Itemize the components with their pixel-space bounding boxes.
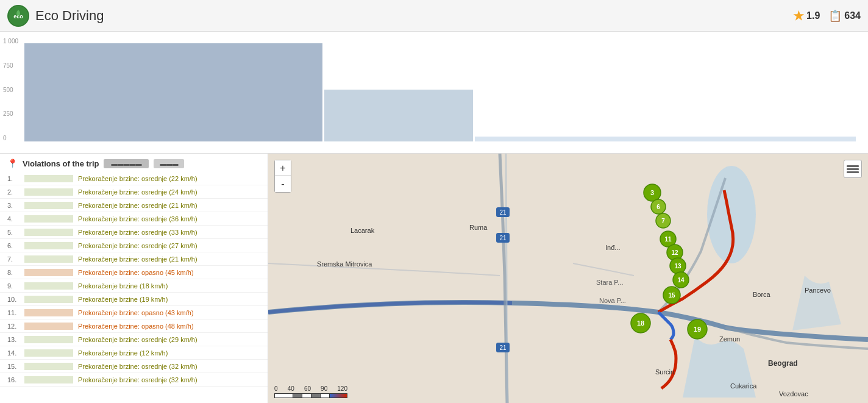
violation-color-bar (24, 229, 73, 236)
svg-text:18: 18 (637, 319, 644, 327)
list-item: 4. Prekoračenje brzine: osrednje (36 km/… (0, 212, 268, 226)
header-right: ★ 1.9 📋 634 (793, 9, 861, 23)
violation-text: Prekoračenje brzine: osrednje (24 km/h) (78, 188, 197, 196)
chart-bar-2 (324, 90, 473, 141)
chart-bar-3 (475, 137, 856, 142)
map-svg: Lacarak Sremska Mitrovica Ruma Stara P..… (268, 154, 868, 403)
filter-btn-1[interactable]: ▬▬▬▬▬ (104, 159, 149, 168)
filter-btn-2[interactable]: ▬▬▬ (154, 159, 184, 168)
layers-button[interactable] (844, 160, 862, 178)
violation-number: 2. (7, 188, 24, 196)
eco-logo-icon: eco (7, 5, 29, 27)
violation-color-bar (24, 336, 73, 343)
violation-text: Prekoračenje brzine: osrednje (32 km/h) (78, 376, 197, 383)
list-item: 12. Prekoračenje brzine: opasno (48 km/h… (0, 319, 268, 333)
scale-bar (274, 393, 347, 398)
app-title: Eco Driving (35, 8, 104, 24)
svg-text:6: 6 (656, 204, 660, 210)
y-label-0: 0 (3, 135, 18, 141)
svg-text:11: 11 (664, 236, 672, 243)
list-item: 9. Prekoračenje brzine (18 km/h) (0, 279, 268, 293)
chart-container: 0 250 500 750 1 000 (24, 38, 856, 141)
notification-badge: 📋 634 (828, 9, 861, 23)
scale-labels: 0406090120 (274, 385, 347, 392)
svg-text:Zemun: Zemun (719, 335, 740, 343)
svg-text:21: 21 (499, 344, 507, 351)
star-icon: ★ (793, 9, 804, 23)
list-item: 6. Prekoračenje brzine: osrednje (27 km/… (0, 239, 268, 252)
violation-number: 14. (7, 349, 24, 357)
violation-color-bar (24, 376, 73, 383)
svg-text:Ruma: Ruma (469, 224, 488, 231)
list-item: 13. Prekoračenje brzine: osrednje (29 km… (0, 333, 268, 346)
violations-title: Violations of the trip (23, 159, 99, 168)
svg-text:19: 19 (694, 326, 701, 333)
violation-color-bar (24, 349, 73, 357)
violation-number: 3. (7, 202, 24, 209)
violation-text: Prekoračenje brzine: osrednje (27 km/h) (78, 242, 197, 249)
violation-number: 7. (7, 255, 24, 263)
violation-color-bar (24, 363, 73, 370)
list-item: 16. Prekoračenje brzine: osrednje (32 km… (0, 373, 268, 387)
star-value: 1.9 (806, 10, 820, 21)
svg-text:Sremska Mitrovica: Sremska Mitrovica (317, 260, 372, 268)
violation-color-bar (24, 296, 73, 303)
svg-text:Vozdovac: Vozdovac (779, 390, 808, 398)
svg-text:Nova P...: Nova P... (599, 297, 626, 304)
chart-bar-1 (24, 43, 322, 142)
violation-color-bar (24, 255, 73, 263)
svg-rect-45 (847, 171, 859, 173)
violation-number: 8. (7, 269, 24, 276)
violation-number: 12. (7, 323, 24, 330)
list-item: 3. Prekoračenje brzine: osrednje (21 km/… (0, 199, 268, 212)
svg-rect-43 (847, 165, 859, 167)
list-item: 15. Prekoračenje brzine: osrednje (32 km… (0, 360, 268, 373)
violation-text: Prekoračenje brzine: opasno (48 km/h) (78, 323, 194, 330)
svg-text:Pancevo: Pancevo (805, 287, 831, 294)
list-item: 11. Prekoračenje brzine: opasno (43 km/h… (0, 306, 268, 319)
violation-text: Prekoračenje brzine: osrednje (21 km/h) (78, 202, 197, 209)
violation-text: Prekoračenje brzine: osrednje (32 km/h) (78, 363, 197, 370)
list-item: 14. Prekoračenje brzine (12 km/h) (0, 346, 268, 360)
zoom-out-button[interactable]: - (275, 176, 291, 192)
notification-count: 634 (844, 10, 861, 21)
violation-text: Prekoračenje brzine: osrednje (29 km/h) (78, 336, 197, 343)
violation-number: 5. (7, 229, 24, 236)
list-item: 2. Prekoračenje brzine: osrednje (24 km/… (0, 185, 268, 199)
svg-text:Surcin: Surcin (655, 368, 674, 376)
svg-text:12: 12 (671, 249, 678, 256)
notification-icon: 📋 (828, 9, 842, 23)
violation-color-bar (24, 202, 73, 209)
svg-text:Inđ...: Inđ... (605, 244, 620, 251)
y-label-250: 250 (3, 110, 18, 117)
violation-number: 13. (7, 336, 24, 343)
violation-number: 11. (7, 309, 24, 316)
svg-text:7: 7 (661, 218, 665, 224)
svg-text:Lacarak: Lacarak (350, 227, 375, 234)
svg-text:3: 3 (650, 189, 654, 196)
svg-text:21: 21 (499, 209, 507, 216)
svg-text:14: 14 (677, 277, 685, 284)
svg-text:Cukarica: Cukarica (730, 382, 757, 390)
list-item: 1. Prekoračenje brzine: osrednje (22 km/… (0, 172, 268, 185)
violation-text: Prekoračenje brzine (19 km/h) (78, 296, 168, 303)
svg-text:Stara P...: Stara P... (596, 279, 623, 286)
violation-text: Prekoračenje brzine (12 km/h) (78, 349, 168, 357)
violation-text: Prekoračenje brzine (18 km/h) (78, 282, 168, 290)
y-label-1000: 1 000 (3, 38, 18, 45)
map-scale: 0406090120 (274, 385, 347, 398)
zoom-in-button[interactable]: + (275, 160, 291, 176)
y-label-750: 750 (3, 62, 18, 69)
y-label-500: 500 (3, 87, 18, 93)
violations-list: 1. Prekoračenje brzine: osrednje (22 km/… (0, 172, 268, 387)
y-axis-labels: 0 250 500 750 1 000 (3, 38, 18, 141)
violation-number: 4. (7, 215, 24, 223)
list-item: 10. Prekoračenje brzine (19 km/h) (0, 293, 268, 306)
chart-bars (24, 38, 856, 141)
list-item: 8. Prekoračenje brzine: opasno (45 km/h) (0, 266, 268, 279)
violation-number: 15. (7, 363, 24, 370)
violation-text: Prekoračenje brzine: opasno (45 km/h) (78, 269, 194, 276)
pin-icon: 📍 (7, 159, 18, 168)
violation-number: 9. (7, 282, 24, 290)
left-panel: 📍 Violations of the trip ▬▬▬▬▬ ▬▬▬ 1. Pr… (0, 154, 268, 403)
